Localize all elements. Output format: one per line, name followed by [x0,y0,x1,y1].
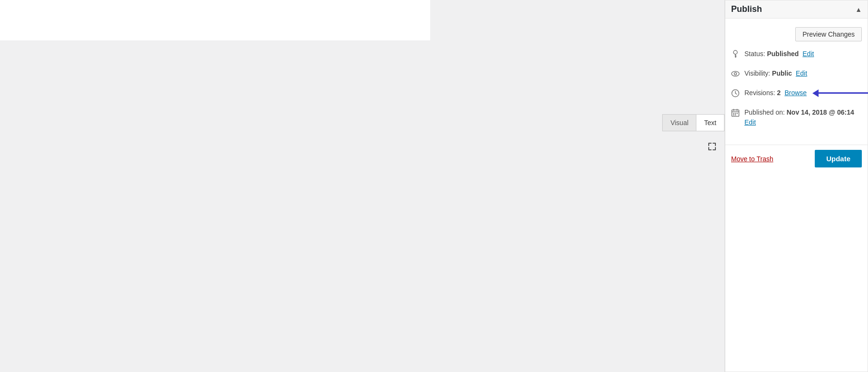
status-content: Status: Published Edit [744,49,862,59]
published-on-line2: Edit [744,117,862,127]
published-on-edit-link[interactable]: Edit [744,118,756,126]
svg-point-4 [732,71,739,76]
revisions-arrow [812,89,868,97]
publish-sidebar: Publish ▲ Preview Changes [724,0,868,372]
tab-visual-label: Visual [670,119,688,127]
status-edit-link[interactable]: Edit [802,50,814,58]
arrow-head-left [812,89,819,97]
visibility-value: Public [772,69,792,77]
status-icon [731,50,744,62]
publish-header: Publish ▲ [725,0,868,19]
revisions-content: Revisions: 2 Browse [744,88,868,98]
update-button[interactable]: Update [815,150,862,167]
published-on-value: Nov 14, 2018 @ 06:14 [787,108,854,116]
editor-content-area: Visual Text [0,40,724,372]
svg-rect-10 [737,113,738,114]
preview-btn-row: Preview Changes [731,24,862,41]
published-on-content: Published on: Nov 14, 2018 @ 06:14 Edit [744,108,862,127]
editor-tabs: Visual Text [662,114,724,131]
revisions-count: 2 [777,88,781,98]
visibility-edit-link[interactable]: Edit [796,69,807,77]
visibility-content: Visibility: Public Edit [744,69,862,78]
svg-point-0 [733,50,737,54]
publish-body: Preview Changes Status: Published E [725,19,868,141]
clock-icon [731,89,740,98]
svg-rect-2 [735,56,737,57]
published-on-label: Published on: [744,108,787,116]
status-label: Status: [744,50,767,58]
visibility-icon [731,69,744,81]
svg-rect-11 [733,115,734,116]
publish-panel: Publish ▲ Preview Changes [725,0,868,372]
eye-icon [731,69,740,78]
svg-rect-8 [733,113,734,114]
calendar-icon-svg [731,108,740,117]
status-row: Status: Published Edit [731,49,862,62]
collapse-arrow[interactable]: ▲ [855,6,862,13]
revisions-browse-link[interactable]: Browse [784,88,807,98]
status-value: Published [767,50,799,58]
arrow-shaft [819,92,868,94]
svg-rect-9 [735,113,736,114]
move-to-trash-link[interactable]: Move to Trash [731,155,773,163]
visibility-label: Visibility: [744,69,772,77]
revisions-label: Revisions: [744,88,775,98]
revisions-row: Revisions: 2 Browse [731,88,862,101]
key-icon [731,50,740,59]
publish-footer: Move to Trash Update [725,145,868,172]
visibility-row: Visibility: Public Edit [731,69,862,81]
svg-rect-12 [735,115,736,116]
editor-title-area [0,0,430,40]
fullscreen-button[interactable] [704,138,721,155]
fullscreen-icon [707,142,717,151]
published-on-row: Published on: Nov 14, 2018 @ 06:14 Edit [731,108,862,127]
calendar-icon [731,108,744,120]
tab-text-label: Text [704,119,716,127]
published-on-line1: Published on: Nov 14, 2018 @ 06:14 [744,108,862,117]
tab-visual[interactable]: Visual [662,114,696,131]
publish-title: Publish [731,4,762,14]
revisions-icon [731,89,744,101]
svg-rect-3 [735,57,736,58]
preview-changes-button[interactable]: Preview Changes [795,27,862,41]
svg-point-5 [734,73,737,75]
tab-text[interactable]: Text [696,114,724,131]
